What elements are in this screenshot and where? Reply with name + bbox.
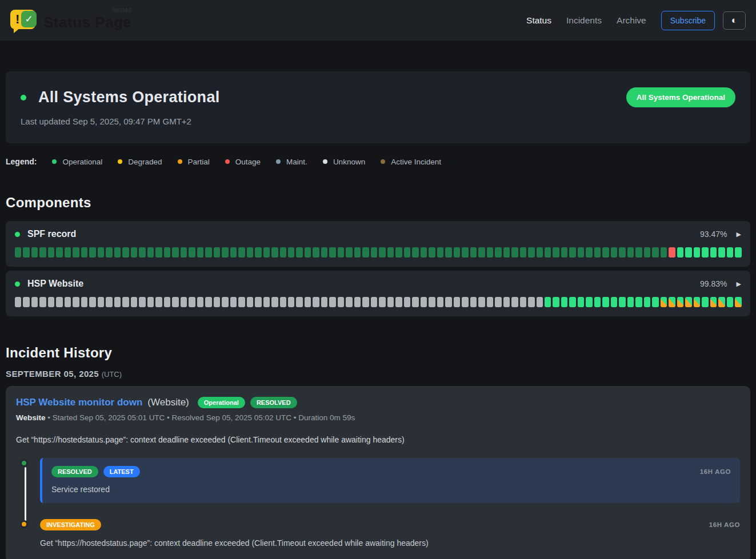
uptime-bar (338, 297, 344, 307)
uptime-bar (56, 297, 62, 307)
update-badge-investigating: INVESTIGATING (40, 519, 101, 530)
subscribe-button[interactable]: Subscribe (661, 11, 715, 30)
uptime-bar (65, 247, 71, 258)
legend-status-dot (178, 159, 182, 164)
legend-item: Maint. (276, 158, 307, 166)
uptime-bar (56, 247, 62, 258)
last-updated-text: Last updated Sep 5, 2025, 09:47 PM GMT+2 (21, 116, 735, 126)
component-status-dot (15, 281, 20, 287)
uptime-bar (106, 297, 112, 307)
uptime-bar (181, 247, 187, 258)
legend-item-label: Maint. (286, 158, 307, 166)
uptime-bar (727, 247, 733, 258)
uptime-bar (271, 247, 278, 258)
theme-toggle-button[interactable]: ◐ (723, 11, 746, 30)
component-card: SPF record 93.47% ▶ (6, 221, 750, 267)
uptime-bar (172, 247, 178, 258)
nav-status[interactable]: Status (526, 15, 551, 26)
legend-item: Active Incident (381, 158, 441, 166)
uptime-bar (354, 247, 361, 258)
update-message: Service restored (51, 485, 731, 494)
uptime-bar (520, 247, 526, 258)
uptime-bar (421, 247, 427, 258)
uptime-bar (395, 247, 402, 258)
legend-item: Operational (52, 158, 102, 166)
uptime-bar (164, 247, 170, 258)
uptime-bar (15, 247, 21, 258)
uptime-bar (537, 297, 543, 307)
uptime-bar (73, 297, 79, 307)
uptime-bar (520, 297, 526, 307)
component-header[interactable]: SPF record 93.47% ▶ (15, 229, 741, 239)
legend-status-dot (225, 159, 230, 164)
uptime-bar (644, 247, 650, 258)
legend-item-label: Active Incident (391, 158, 441, 166)
uptime-bar (238, 247, 245, 258)
uptime-bar (578, 297, 584, 307)
uptime-bar (230, 247, 237, 258)
expand-arrow-icon[interactable]: ▶ (737, 231, 741, 238)
uptime-bar (321, 297, 327, 307)
component-header[interactable]: HSP Website 99.83% ▶ (15, 279, 741, 289)
incident-date-heading: SEPTEMBER 05, 2025 (UTC) (6, 369, 750, 379)
uptime-bar (139, 297, 145, 307)
component-name: SPF record (27, 229, 76, 239)
uptime-bar (362, 247, 369, 258)
uptime-bar-chart (15, 247, 741, 258)
uptime-bar (710, 297, 717, 307)
uptime-bar (669, 297, 675, 307)
nav: StatusIncidentsArchive (526, 15, 646, 26)
overall-status-badge: All Systems Operational (626, 87, 735, 107)
uptime-bar (694, 247, 700, 258)
legend-item-label: Partial (188, 158, 210, 166)
uptime-bar (172, 297, 178, 307)
uptime-bar (429, 297, 435, 307)
uptime-bar (305, 247, 311, 258)
uptime-bar (379, 297, 385, 307)
uptime-bar (98, 297, 104, 307)
uptime-bar (437, 297, 443, 307)
uptime-bar (602, 297, 609, 307)
uptime-bar (313, 297, 319, 307)
uptime-bar (528, 247, 534, 258)
logo-bubble-tail (14, 28, 20, 33)
expand-arrow-icon[interactable]: ▶ (737, 280, 741, 288)
uptime-bar (39, 297, 46, 307)
status-banner: All Systems Operational All Systems Oper… (6, 71, 750, 143)
uptime-bar (31, 247, 38, 258)
component-uptime-percent: 99.83% (700, 279, 727, 288)
uptime-bar (395, 297, 402, 307)
uptime-bar (702, 247, 708, 258)
incident-update: RESOLVEDLATEST16H AGO Service restored (40, 458, 740, 503)
uptime-bar (98, 247, 104, 258)
uptime-bar (214, 247, 220, 258)
incident-meta: Website • Started Sep 05, 2025 05:01 UTC… (16, 413, 740, 422)
uptime-bar (247, 297, 253, 307)
legend-item: Outage (225, 158, 261, 166)
uptime-bar (669, 247, 675, 258)
header: ! ✓ hosted Status Page StatusIncidentsAr… (0, 0, 756, 41)
uptime-bar (255, 297, 261, 307)
uptime-bar (569, 247, 575, 258)
uptime-bar (48, 297, 54, 307)
uptime-bar (354, 297, 361, 307)
uptime-bar (735, 297, 741, 307)
component-uptime-percent: 93.47% (700, 230, 727, 239)
uptime-bar (652, 247, 658, 258)
timeline-connector-line (25, 467, 26, 523)
uptime-bar (470, 247, 477, 258)
uptime-bar (205, 297, 211, 307)
uptime-bar (387, 297, 394, 307)
nav-incidents[interactable]: Incidents (566, 15, 602, 26)
uptime-bar (280, 297, 286, 307)
incident-title-link[interactable]: HSP Website monitor down (16, 397, 142, 408)
nav-archive[interactable]: Archive (617, 15, 646, 26)
uptime-bar (545, 247, 551, 258)
legend-label: Legend: (6, 157, 37, 166)
incident-history-heading: Incident History (6, 345, 750, 361)
uptime-bar (718, 247, 725, 258)
uptime-bar (412, 247, 418, 258)
incident-resolved-badge: RESOLVED (250, 397, 297, 408)
uptime-bar (15, 297, 21, 307)
uptime-bar (661, 297, 667, 307)
